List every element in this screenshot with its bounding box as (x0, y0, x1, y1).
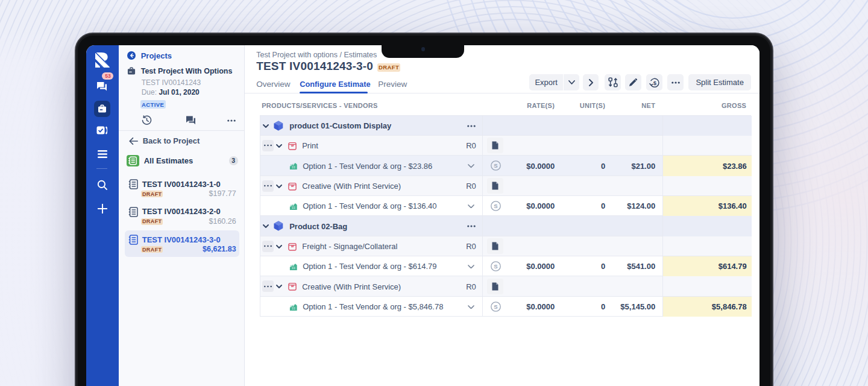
svg-text:S: S (494, 203, 498, 209)
svg-text:S: S (494, 162, 498, 169)
svg-text:S: S (494, 303, 498, 310)
svg-text:S: S (494, 263, 498, 270)
svg-text:$: $ (653, 79, 656, 86)
